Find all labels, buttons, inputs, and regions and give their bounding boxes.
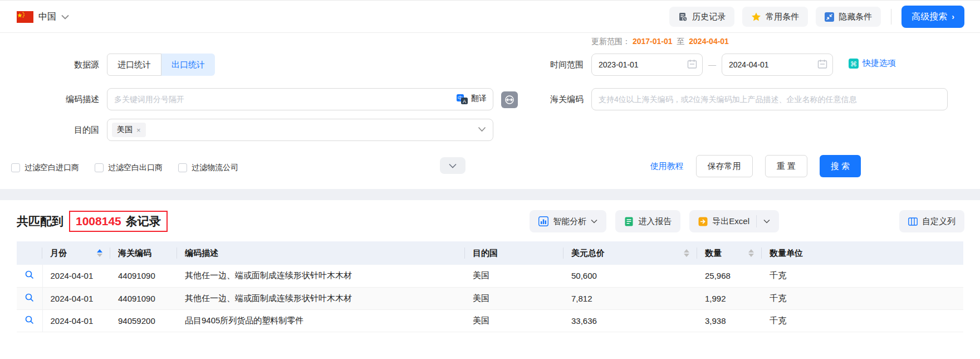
cell-month: 2024-04-01 [42, 287, 110, 309]
cell-description: 品目9405所列货品的塑料制零件 [177, 309, 465, 332]
tag-close-icon[interactable]: × [136, 126, 141, 134]
checkbox-filter-logistics[interactable]: 过滤物流公司 [178, 163, 238, 173]
cell-destination: 美国 [465, 265, 564, 287]
cell-hs-code: 44091090 [110, 265, 177, 287]
sort-icon-usd[interactable] [684, 249, 689, 257]
destination-tag-text: 美国 [117, 125, 133, 135]
smart-analysis-button[interactable]: 智能分析 [530, 210, 606, 232]
tutorial-link[interactable]: 使用教程 [650, 161, 684, 172]
swap-circle-icon [504, 95, 514, 105]
topbar: 中国 历史记录 常用条件 [0, 1, 980, 33]
cell-hs-code: 44091090 [110, 287, 177, 309]
checkbox-label: 过滤空白进口商 [24, 163, 79, 173]
save-favorite-button[interactable]: 保存常用 [696, 155, 753, 177]
cell-unit: 千克 [762, 287, 963, 309]
checkbox-filter-blank-exporter[interactable]: 过滤空白出口商 [95, 163, 163, 173]
topbar-actions: 历史记录 常用条件 隐藏条件 高级搜索 › [669, 1, 964, 33]
match-summary: 共匹配到 1008145 条记录 [17, 211, 168, 232]
magnifier-icon [25, 316, 34, 324]
cell-quantity: 1,992 [697, 287, 762, 309]
header-hs-code: 海关编码 [110, 241, 177, 265]
reset-button[interactable]: 重 置 [765, 155, 807, 177]
country-name: 中国 [38, 11, 56, 23]
header-month[interactable]: 月份 [42, 241, 110, 265]
hide-conditions-label: 隐藏条件 [839, 12, 872, 22]
row-detail-search-button[interactable] [23, 291, 36, 306]
row-detail-search-button[interactable] [23, 268, 36, 283]
favorites-label: 常用条件 [766, 12, 799, 22]
chevron-down-icon [478, 127, 486, 132]
star-icon [751, 12, 761, 22]
enter-report-button[interactable]: 进入报告 [615, 210, 680, 232]
advanced-search-label: 高级搜索 [912, 11, 947, 23]
results-actions: 智能分析 进入报告 [530, 210, 964, 232]
topbar-divider [891, 9, 891, 25]
results-table: 月份 海关编码 编码描述 目的国 美元总价 数量 [17, 241, 963, 332]
search-button[interactable]: 搜 索 [820, 155, 861, 177]
report-icon [624, 217, 634, 226]
hide-conditions-button[interactable]: 隐藏条件 [816, 7, 881, 27]
code-description-input[interactable] [107, 88, 493, 110]
svg-text:⌘: ⌘ [850, 60, 857, 67]
cell-unit: 千克 [762, 265, 963, 287]
update-range-to: 至 [677, 37, 684, 46]
hs-code-input[interactable] [591, 88, 948, 110]
checkbox-filter-blank-importer[interactable]: 过滤空白进口商 [11, 163, 79, 173]
calendar-icon [817, 59, 827, 69]
history-button[interactable]: 历史记录 [669, 7, 734, 27]
table-header-row: 月份 海关编码 编码描述 目的国 美元总价 数量 [17, 241, 963, 265]
header-quantity[interactable]: 数量 [697, 241, 762, 265]
translate-button[interactable]: 中 A 翻译 [457, 93, 487, 104]
checkbox-label: 过滤空白出口商 [108, 163, 163, 173]
custom-columns-button[interactable]: 自定义列 [899, 210, 964, 232]
pill-divider [756, 215, 757, 227]
quick-options-link[interactable]: ⌘ 快捷选项 [849, 58, 896, 69]
header-usd-total[interactable]: 美元总价 [564, 241, 697, 265]
enter-report-label: 进入报告 [638, 216, 672, 227]
export-excel-icon [698, 217, 708, 226]
destination-tag: 美国 × [112, 123, 146, 137]
search-panel: 更新范围： 2017-01-01 至 2024-04-01 数据源 进口统计 出… [0, 33, 980, 189]
tab-export-stats[interactable]: 出口统计 [161, 54, 215, 76]
sort-icon-month[interactable] [97, 249, 102, 257]
cell-hs-code: 94059200 [110, 309, 177, 332]
trade-data-search-page: 中国 历史记录 常用条件 [0, 0, 980, 359]
cell-usd-total: 50,600 [564, 265, 697, 287]
columns-icon [908, 217, 918, 226]
cell-usd-total: 33,636 [564, 309, 697, 332]
date-end-input[interactable] [722, 54, 833, 76]
favorites-button[interactable]: 常用条件 [742, 7, 808, 27]
custom-columns-label: 自定义列 [922, 216, 955, 227]
date-range-separator: — [703, 60, 722, 69]
tab-import-stats[interactable]: 进口统计 [107, 54, 161, 76]
cell-unit: 千克 [762, 309, 963, 332]
header-detail [17, 241, 42, 265]
collapse-icon [825, 12, 834, 22]
command-icon: ⌘ [849, 59, 859, 69]
advanced-search-button[interactable]: 高级搜索 › [901, 6, 964, 28]
magnifier-icon [25, 293, 34, 302]
date-range-picker: — [591, 54, 833, 76]
match-count: 1008145 [76, 215, 121, 228]
exclude-toggle-button[interactable] [501, 91, 518, 108]
expand-more-conditions-button[interactable] [440, 157, 465, 174]
date-range-label: 时间范围 [533, 54, 584, 76]
magnifier-icon [25, 270, 34, 279]
calendar-icon [687, 59, 697, 69]
chevron-down-icon [591, 219, 597, 224]
destination-select[interactable]: 美国 × [107, 119, 493, 141]
section-divider-band [0, 189, 980, 200]
country-selector[interactable]: 中国 [17, 1, 69, 33]
chevron-down-icon[interactable] [763, 219, 770, 224]
checkbox-icon [95, 163, 104, 172]
translate-label: 翻译 [471, 94, 487, 104]
chevron-down-icon [449, 163, 457, 168]
sort-icon-quantity[interactable] [748, 249, 754, 257]
row-detail-search-button[interactable] [23, 313, 36, 328]
match-count-box: 1008145 条记录 [69, 211, 168, 232]
export-excel-button[interactable]: 导出Excel [689, 210, 779, 232]
bi-chart-icon [538, 216, 548, 226]
header-description: 编码描述 [177, 241, 465, 265]
date-start-input[interactable] [591, 54, 703, 76]
data-source-toggle: 进口统计 出口统计 [107, 54, 215, 76]
